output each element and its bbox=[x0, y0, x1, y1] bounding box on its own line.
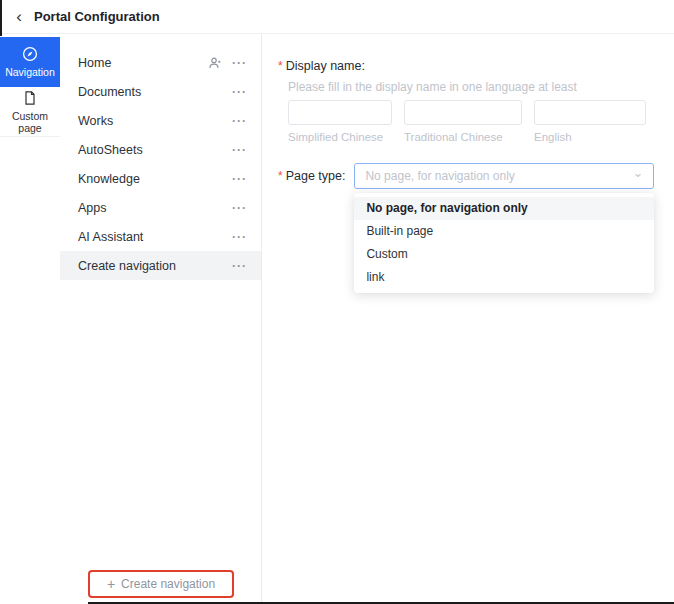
more-icon[interactable]: ··· bbox=[232, 259, 247, 273]
display-name-label-row: *Display name: bbox=[278, 56, 674, 74]
nav-item-works[interactable]: Works ··· bbox=[60, 106, 261, 135]
nav-item-documents[interactable]: Documents ··· bbox=[60, 77, 261, 106]
nav-item-label: AutoSheets bbox=[78, 143, 222, 157]
compass-icon bbox=[22, 46, 38, 62]
page-type-row: *Page type: No page, for navigation only… bbox=[278, 163, 674, 189]
more-icon[interactable]: ··· bbox=[232, 56, 247, 70]
rail-item-navigation[interactable]: Navigation bbox=[0, 37, 60, 87]
nav-item-label: Create navigation bbox=[78, 259, 222, 273]
nav-item-label: Documents bbox=[78, 85, 222, 99]
more-icon[interactable]: ··· bbox=[232, 143, 247, 157]
nav-item-label: AI Assistant bbox=[78, 230, 222, 244]
portal-configuration-window: ‹ Portal Configuration Navigation Custom… bbox=[0, 0, 674, 604]
display-name-inputs: Simplified Chinese Traditional Chinese E… bbox=[288, 100, 674, 143]
nav-item-knowledge[interactable]: Knowledge ··· bbox=[60, 164, 261, 193]
page-title: Portal Configuration bbox=[34, 9, 160, 24]
page-icon bbox=[22, 90, 38, 106]
nav-item-label: Knowledge bbox=[78, 172, 222, 186]
display-name-hint: Please fill in the display name in one l… bbox=[288, 80, 674, 94]
nav-item-home[interactable]: Home ··· bbox=[60, 48, 261, 77]
create-navigation-button-label: Create navigation bbox=[121, 577, 215, 591]
traditional-chinese-input[interactable] bbox=[404, 100, 522, 125]
page-type-label: Page type: bbox=[286, 169, 346, 183]
plus-icon: + bbox=[107, 577, 115, 591]
nav-item-label: Home bbox=[78, 56, 208, 70]
page-type-dropdown: No page, for navigation only Built-in pa… bbox=[354, 193, 654, 293]
english-input[interactable] bbox=[534, 100, 646, 125]
highlight-annotation: + Create navigation bbox=[88, 570, 234, 598]
required-mark: * bbox=[278, 59, 283, 73]
input-group-simplified-chinese: Simplified Chinese bbox=[288, 100, 392, 143]
more-icon[interactable]: ··· bbox=[232, 85, 247, 99]
form-panel: *Display name: Please fill in the displa… bbox=[262, 34, 674, 604]
more-icon[interactable]: ··· bbox=[232, 201, 247, 215]
header: ‹ Portal Configuration bbox=[0, 0, 674, 34]
more-icon[interactable]: ··· bbox=[232, 172, 247, 186]
input-caption: Traditional Chinese bbox=[404, 131, 522, 143]
nav-item-label: Apps bbox=[78, 201, 222, 215]
required-mark: * bbox=[278, 169, 283, 183]
input-group-english: English bbox=[534, 100, 646, 143]
more-icon[interactable]: ··· bbox=[232, 230, 247, 244]
rail-item-label: Custom page bbox=[0, 110, 60, 134]
window-edge-left bbox=[0, 0, 2, 36]
create-navigation-area: + Create navigation bbox=[60, 570, 262, 598]
chevron-down-icon: ⌄ bbox=[633, 170, 644, 177]
nav-item-apps[interactable]: Apps ··· bbox=[60, 193, 261, 222]
nav-item-ai-assistant[interactable]: AI Assistant ··· bbox=[60, 222, 261, 251]
input-caption: Simplified Chinese bbox=[288, 131, 392, 143]
dropdown-option-built-in-page[interactable]: Built-in page bbox=[354, 220, 654, 243]
page-type-label-wrap: *Page type: bbox=[278, 163, 345, 189]
input-caption: English bbox=[534, 131, 646, 143]
rail-item-custom-page[interactable]: Custom page bbox=[0, 87, 60, 137]
nav-item-autosheets[interactable]: AutoSheets ··· bbox=[60, 135, 261, 164]
rail-item-label: Navigation bbox=[5, 66, 55, 78]
simplified-chinese-input[interactable] bbox=[288, 100, 392, 125]
input-group-traditional-chinese: Traditional Chinese bbox=[404, 100, 522, 143]
nav-item-create-navigation[interactable]: Create navigation ··· bbox=[60, 251, 261, 280]
page-type-selected-value: No page, for navigation only bbox=[365, 169, 632, 183]
dropdown-option-no-page[interactable]: No page, for navigation only bbox=[354, 197, 654, 220]
back-icon[interactable]: ‹ bbox=[10, 8, 28, 25]
create-navigation-button[interactable]: + Create navigation bbox=[91, 573, 231, 595]
dropdown-option-link[interactable]: link bbox=[354, 266, 654, 289]
page-type-select[interactable]: No page, for navigation only ⌄ bbox=[354, 163, 654, 189]
page-type-select-wrap: No page, for navigation only ⌄ No page, … bbox=[354, 163, 654, 189]
share-member-icon[interactable] bbox=[208, 56, 222, 70]
navigation-list: Home ··· Documents ··· Works ··· AutoShe… bbox=[60, 34, 262, 604]
dropdown-option-custom[interactable]: Custom bbox=[354, 243, 654, 266]
display-name-label: Display name: bbox=[286, 59, 365, 73]
left-rail: Navigation Custom page bbox=[0, 34, 60, 604]
more-icon[interactable]: ··· bbox=[232, 114, 247, 128]
nav-item-label: Works bbox=[78, 114, 222, 128]
